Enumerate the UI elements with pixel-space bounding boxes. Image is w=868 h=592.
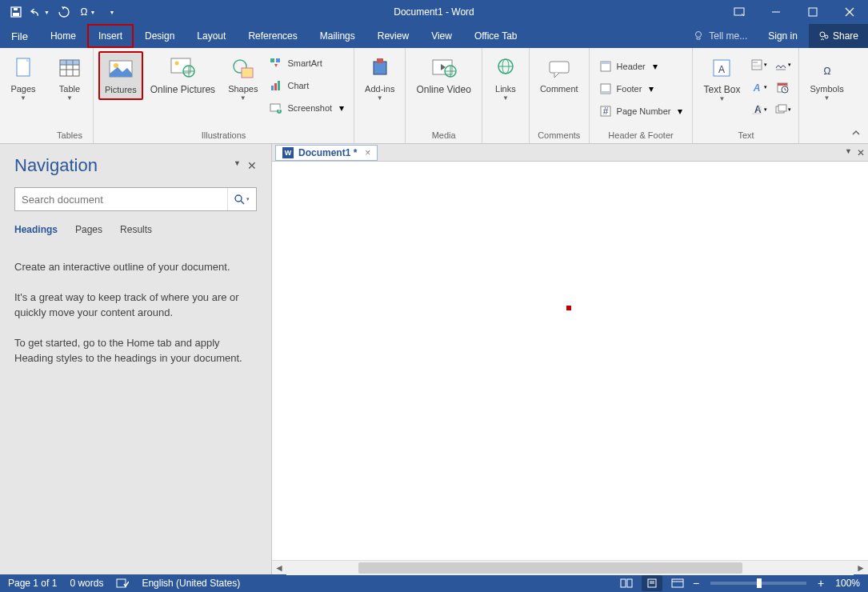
tab-layout[interactable]: Layout [186,24,237,48]
sign-in-button[interactable]: Sign in [757,30,809,42]
status-words[interactable]: 0 words [70,578,103,589]
nav-tab-pages[interactable]: Pages [75,224,102,235]
pictures-button[interactable]: Pictures [98,51,143,100]
nav-options-button[interactable]: ▼ [234,159,241,172]
links-icon [494,55,517,82]
svg-rect-51 [753,65,761,66]
nav-tab-headings[interactable]: Headings [14,224,58,235]
chevron-up-icon [851,128,861,138]
symbol-qat-button[interactable]: Ω ▼ [78,2,98,22]
links-button[interactable]: Links ▼ [487,51,524,106]
pictures-label: Pictures [105,85,137,95]
symbols-icon: Ω [815,55,839,82]
tab-mailings[interactable]: Mailings [309,24,366,48]
nav-help-text: Create an interactive outline of your do… [14,259,257,366]
web-layout-button[interactable] [667,575,688,591]
search-button[interactable]: ▾ [227,188,256,210]
search-document-box[interactable]: ▾ [14,187,257,211]
svg-rect-26 [276,58,280,62]
pages-button[interactable]: Pages ▼ [5,51,42,106]
nav-tab-results[interactable]: Results [120,224,152,235]
zoom-level[interactable]: 100% [835,578,860,589]
tab-file[interactable]: File [0,24,39,48]
page-number-button[interactable]: # Page Number ▾ [594,101,688,122]
collapse-ribbon-button[interactable] [849,126,863,140]
shapes-button[interactable]: Shapes ▼ [222,51,263,106]
redo-button[interactable] [54,2,74,22]
header-icon [599,60,612,73]
document-page[interactable] [272,162,868,560]
online-pictures-icon [168,55,197,82]
tell-me-search[interactable]: Tell me... [683,30,757,42]
screenshot-button[interactable]: + Screenshot ▾ [265,98,349,118]
status-page[interactable]: Page 1 of 1 [8,578,57,589]
zoom-out-button[interactable]: − [693,577,699,590]
doctab-close-button[interactable]: ✕ [857,147,865,158]
smartart-label: SmartArt [287,58,322,68]
online-video-button[interactable]: Online Video [410,51,477,99]
close-button[interactable] [831,0,868,24]
tab-view[interactable]: View [420,24,463,48]
group-label-tables: Tables [51,130,88,142]
text-box-button[interactable]: A Text Box ▼ [698,51,746,106]
search-input[interactable] [15,194,227,206]
group-label [804,140,849,142]
customize-qat-button[interactable]: ▼ [102,2,122,22]
share-button[interactable]: Share [809,24,868,48]
doctab-options-button[interactable]: ▼ [845,147,852,158]
tab-design[interactable]: Design [134,24,186,48]
tab-references[interactable]: References [237,24,308,48]
signature-line-button[interactable]: ▾ [771,54,794,75]
screenshot-label: Screenshot [287,103,332,113]
scroll-track[interactable] [286,561,854,575]
svg-rect-40 [550,62,569,73]
zoom-slider[interactable] [710,582,806,585]
document-tab-close[interactable]: × [365,147,370,158]
wordart-button[interactable]: A▾ [747,77,770,98]
header-button[interactable]: Header ▾ [594,56,688,77]
zoom-in-button[interactable]: + [818,577,824,590]
print-layout-button[interactable] [642,575,662,591]
comment-button[interactable]: Comment [534,51,584,98]
scroll-thumb[interactable] [358,562,742,574]
save-button[interactable] [6,2,26,22]
tab-home[interactable]: Home [39,24,87,48]
read-mode-button[interactable] [616,575,637,591]
svg-rect-29 [278,81,280,90]
scroll-right-button[interactable]: ► [854,561,868,575]
svg-rect-24 [242,68,253,78]
dropdown-icon: ▾ [339,102,344,114]
svg-text:Ω: Ω [823,66,830,77]
addins-button[interactable]: Add-ins ▼ [359,51,400,106]
minimize-button[interactable] [758,0,794,24]
drop-cap-button[interactable]: A▾ [747,99,770,120]
zoom-slider-thumb[interactable] [757,578,762,588]
tab-office[interactable]: Office Tab [463,24,529,48]
date-time-button[interactable] [771,77,794,98]
horizontal-scrollbar[interactable]: ◄ ► [272,560,868,574]
online-pictures-label: Online Pictures [150,84,215,95]
svg-line-66 [241,201,244,204]
online-pictures-button[interactable]: Online Pictures [145,51,221,99]
tab-review[interactable]: Review [366,24,420,48]
footer-label: Footer [617,84,642,94]
document-tab[interactable]: W Document1 * × [275,145,378,161]
minimize-icon [771,7,781,17]
navigation-pane: Navigation ▼ ✕ ▾ Headings Pages Results … [0,144,272,574]
footer-button[interactable]: Footer ▾ [594,78,688,99]
symbols-button[interactable]: Ω Symbols ▼ [804,51,849,106]
status-language[interactable]: English (United States) [142,578,240,589]
chart-button[interactable]: Chart [265,75,349,96]
tab-insert[interactable]: Insert [87,24,134,48]
table-button[interactable]: Table ▼ [51,51,88,106]
svg-point-21 [175,62,179,66]
ribbon-display-options-button[interactable] [721,0,758,24]
smartart-button[interactable]: SmartArt [265,53,349,74]
nav-close-button[interactable]: ✕ [247,159,257,172]
object-button[interactable]: ▾ [771,99,794,120]
status-proofing[interactable] [116,578,129,589]
maximize-button[interactable] [794,0,831,24]
undo-button[interactable]: ▼ [30,2,50,22]
quick-parts-button[interactable]: ▾ [747,54,770,75]
scroll-left-button[interactable]: ◄ [272,561,286,575]
